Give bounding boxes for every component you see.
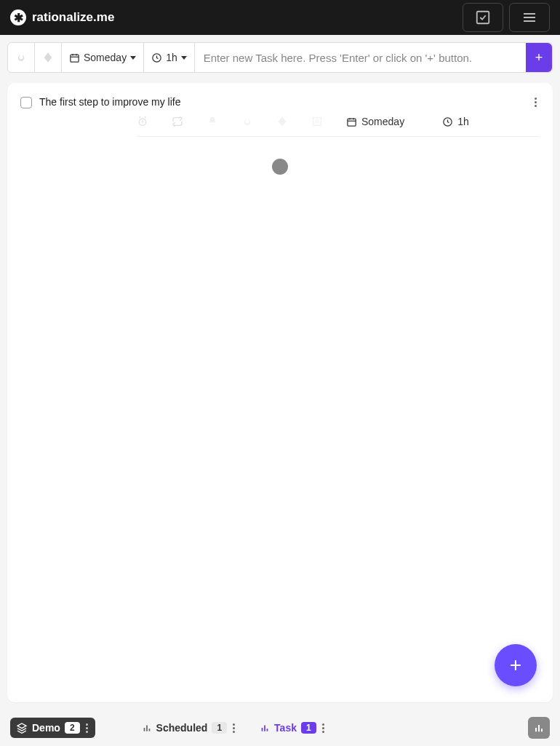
duration-dropdown[interactable]: 1h <box>144 43 195 72</box>
app-header: rationalize.me <box>0 0 560 35</box>
task-schedule[interactable]: Someday <box>346 116 404 127</box>
checkmark-button[interactable] <box>463 3 503 32</box>
task-duration[interactable]: 1h <box>442 116 469 127</box>
bars-icon <box>142 723 152 733</box>
calendar-icon <box>69 52 80 63</box>
plus-icon: + <box>510 654 521 677</box>
task-menu-button[interactable] <box>533 98 538 107</box>
menu-button[interactable] <box>509 3 550 32</box>
task-title[interactable]: The first step to improve my life <box>39 96 181 108</box>
fab-add-button[interactable]: + <box>495 644 537 686</box>
add-task-button[interactable]: + <box>526 43 552 72</box>
clock-icon <box>151 52 162 63</box>
duration-label: 1h <box>166 52 177 63</box>
brand[interactable]: rationalize.me <box>10 9 114 25</box>
footer-demo-menu[interactable] <box>84 723 89 733</box>
layers-icon <box>16 722 28 734</box>
clock-icon <box>442 116 453 127</box>
footer-task-label: Task <box>274 722 297 734</box>
repeat-icon[interactable] <box>172 116 183 127</box>
chevron-down-icon <box>181 56 187 60</box>
new-task-toolbar: Someday 1h + <box>7 42 553 73</box>
footer-demo-count: 2 <box>65 722 80 734</box>
task-list-card: The first step to improve my life Someda… <box>7 83 553 702</box>
schedule-label: Someday <box>84 52 127 63</box>
footer-bar: Demo 2 Scheduled 1 Task 1 <box>0 710 560 746</box>
plus-icon: + <box>535 50 543 66</box>
schedule-dropdown[interactable]: Someday <box>62 43 144 72</box>
bars-icon <box>260 723 270 733</box>
task-duration-label: 1h <box>457 116 469 127</box>
chart-icon <box>533 722 545 734</box>
svg-rect-0 <box>477 12 489 24</box>
priority-fire-button[interactable] <box>8 43 35 72</box>
footer-scheduled[interactable]: Scheduled 1 <box>136 718 242 738</box>
loading-indicator <box>272 159 288 175</box>
diamond-icon[interactable] <box>276 116 288 127</box>
footer-scheduled-count: 1 <box>212 722 227 734</box>
task-checkbox[interactable] <box>20 97 32 108</box>
fire-icon <box>15 52 27 63</box>
task-details: Someday 1h <box>137 116 540 137</box>
footer-task-menu[interactable] <box>321 723 326 733</box>
footer-demo[interactable]: Demo 2 <box>10 718 95 738</box>
alarm-icon[interactable] <box>137 116 148 127</box>
header-actions <box>463 3 550 32</box>
new-task-input[interactable] <box>195 43 526 72</box>
footer-task[interactable]: Task 1 <box>254 718 332 738</box>
brand-logo-icon <box>10 9 26 25</box>
fire-icon[interactable] <box>241 116 253 127</box>
footer-scheduled-label: Scheduled <box>156 722 208 734</box>
footer-demo-label: Demo <box>32 722 60 734</box>
task-row[interactable]: The first step to improve my life <box>20 96 540 108</box>
svg-rect-13 <box>348 119 356 126</box>
diamond-icon <box>42 52 54 63</box>
bell-icon[interactable] <box>207 116 218 127</box>
brand-name: rationalize.me <box>32 10 114 25</box>
task-schedule-label: Someday <box>361 116 404 127</box>
svg-rect-4 <box>71 55 79 62</box>
footer-scheduled-menu[interactable] <box>231 723 236 733</box>
chevron-down-icon <box>130 56 136 60</box>
note-icon[interactable] <box>311 116 323 127</box>
priority-diamond-button[interactable] <box>35 43 62 72</box>
calendar-icon <box>346 116 357 127</box>
footer-task-count: 1 <box>301 722 316 734</box>
footer-stats-button[interactable] <box>528 717 550 739</box>
check-square-icon <box>475 9 491 25</box>
hamburger-icon <box>521 9 538 26</box>
